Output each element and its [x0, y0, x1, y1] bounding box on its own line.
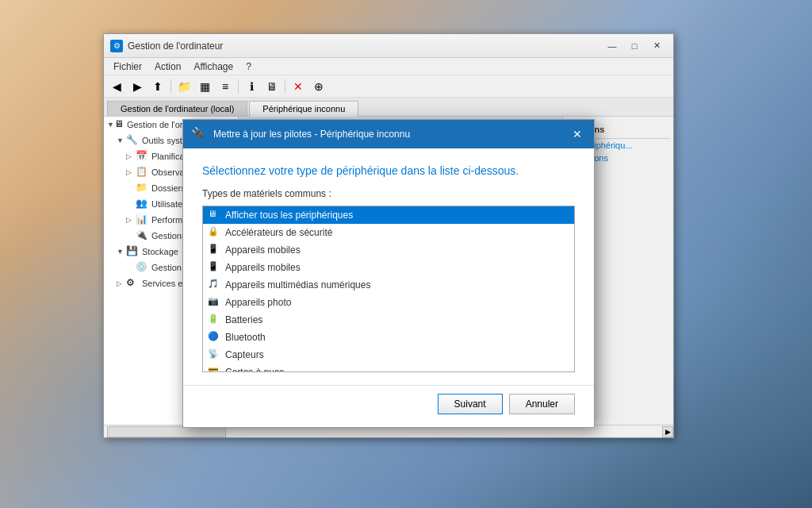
suivant-button[interactable]: Suivant [438, 394, 503, 414]
mobile-icon-2: 📱 [208, 261, 220, 274]
export-button[interactable]: ⊕ [309, 78, 328, 95]
expander-root: ▼ [107, 121, 114, 129]
close-button[interactable]: ✕ [646, 38, 667, 54]
menu-help[interactable]: ? [239, 60, 258, 74]
list-item-label: Appareils mobiles [225, 244, 301, 256]
modal-close-button[interactable]: ✕ [569, 125, 586, 143]
disk-icon: 💿 [136, 261, 148, 274]
list-item-bluetooth[interactable]: 🔵 Bluetooth [203, 329, 574, 346]
tab-bar: Gestion de l'ordinateur (local) Périphér… [104, 98, 673, 117]
title-bar: ⚙ Gestion de l'ordinateur — □ ✕ [104, 34, 673, 58]
menu-affichage[interactable]: Affichage [187, 60, 239, 74]
tab-local[interactable]: Gestion de l'ordinateur (local) [107, 101, 247, 116]
modal-footer: Suivant Annuler [183, 385, 594, 427]
list-item-label: Appareils photo [225, 297, 291, 308]
tree-label-stockage: Stockage [142, 247, 178, 256]
list-item-cartes-puce[interactable]: 💳 Cartes à puce [203, 364, 574, 372]
list-item-label: Cartes à puce [225, 367, 285, 372]
grid-view-button[interactable]: ▦ [195, 78, 214, 95]
expander-services: ▷ [117, 279, 126, 287]
expander-planificateur: ▷ [126, 152, 136, 160]
security-icon: 🔒 [208, 226, 220, 239]
tab-device[interactable]: Périphérique inconnu [249, 101, 358, 117]
battery-icon: 🔋 [208, 314, 220, 326]
bluetooth-icon: 🔵 [208, 331, 220, 344]
list-item-accelerateurs[interactable]: 🔒 Accélérateurs de sécurité [203, 224, 574, 241]
toolbar-separator-2 [238, 79, 239, 94]
show-hide-button[interactable]: 📁 [174, 78, 193, 95]
calendar-icon: 📅 [136, 150, 148, 163]
forward-button[interactable]: ▶ [128, 78, 147, 95]
list-item-multimedia[interactable]: 🎵 Appareils multimédias numériques [203, 276, 574, 294]
perf-icon: 📊 [136, 214, 148, 226]
all-devices-icon: 🖥 [208, 209, 220, 221]
sensor-icon: 📡 [208, 348, 220, 361]
list-item-label: Appareils mobiles [225, 262, 301, 273]
computer-icon: 🖥 [114, 118, 124, 131]
list-item-all-devices[interactable]: 🖥 Afficher tous les périphériques [203, 206, 574, 224]
list-item-label: Accélérateurs de sécurité [225, 227, 332, 238]
modal-dialog: 🔌 Mettre à jour les pilotes - Périphériq… [182, 119, 595, 428]
window-controls: — □ ✕ [602, 38, 667, 54]
maximize-button[interactable]: □ [624, 38, 645, 54]
list-item-label: Capteurs [225, 349, 264, 360]
refresh-button[interactable]: ✕ [289, 78, 308, 95]
modal-title-bar: 🔌 Mettre à jour les pilotes - Périphériq… [183, 120, 594, 148]
annuler-button[interactable]: Annuler [509, 394, 575, 414]
details-view-button[interactable]: ≡ [216, 78, 235, 95]
modal-title: Mettre à jour les pilotes - Périphérique… [213, 129, 569, 140]
properties-button[interactable]: ℹ [242, 78, 261, 95]
window-title: Gestion de l'ordinateur [128, 40, 597, 52]
list-item-photo[interactable]: 📷 Appareils photo [203, 294, 574, 311]
services-icon: ⚙ [126, 277, 139, 290]
toolbar: ◀ ▶ ⬆ 📁 ▦ ≡ ℹ 🖥 ✕ ⊕ [104, 75, 673, 98]
expander-performan: ▷ [126, 216, 136, 224]
back-button[interactable]: ◀ [107, 78, 126, 95]
expander-stockage: ▼ [117, 248, 126, 256]
toolbar-separator-1 [170, 79, 171, 94]
toolbar-separator-3 [285, 79, 285, 94]
list-item-label: Appareils multimédias numériques [225, 279, 370, 291]
photo-icon: 📷 [208, 296, 220, 309]
menu-bar: Fichier Action Affichage ? [104, 58, 673, 75]
modal-icon: 🔌 [191, 126, 207, 142]
storage-icon: 💾 [126, 245, 139, 258]
list-item-label: Afficher tous les périphériques [225, 210, 353, 221]
mobile-icon-1: 📱 [208, 244, 220, 256]
list-item-label: Batteries [225, 314, 262, 325]
list-item-label: Bluetooth [225, 332, 266, 343]
menu-action[interactable]: Action [148, 60, 187, 74]
modal-subtitle: Sélectionnez votre type de périphérique … [202, 164, 575, 177]
list-item-mobiles-2[interactable]: 📱 Appareils mobiles [203, 259, 574, 276]
tools-icon: 🔧 [126, 134, 139, 147]
modal-section-label: Types de matériels communs : [202, 188, 575, 199]
expander-observateur: ▷ [126, 168, 136, 176]
expander-outils: ▼ [117, 137, 126, 144]
menu-fichier[interactable]: Fichier [107, 60, 148, 74]
device-type-list[interactable]: 🖥 Afficher tous les périphériques 🔒 Accé… [202, 206, 575, 372]
up-button[interactable]: ⬆ [148, 78, 167, 95]
modal-body: Sélectionnez votre type de périphérique … [183, 148, 594, 385]
list-item-batteries[interactable]: 🔋 Batteries [203, 311, 574, 329]
smartcard-icon: 💳 [208, 366, 220, 372]
list-item-mobiles-1[interactable]: 📱 Appareils mobiles [203, 241, 574, 259]
device-manager-icon: 🔌 [136, 229, 148, 242]
multimedia-icon: 🎵 [208, 279, 220, 291]
event-icon: 📋 [136, 166, 148, 179]
app-icon: ⚙ [110, 40, 123, 52]
list-item-capteurs[interactable]: 📡 Capteurs [203, 346, 574, 364]
users-icon: 👥 [136, 198, 148, 210]
folder-icon: 📁 [136, 182, 148, 194]
new-window-button[interactable]: 🖥 [262, 78, 282, 95]
minimize-button[interactable]: — [602, 38, 622, 54]
